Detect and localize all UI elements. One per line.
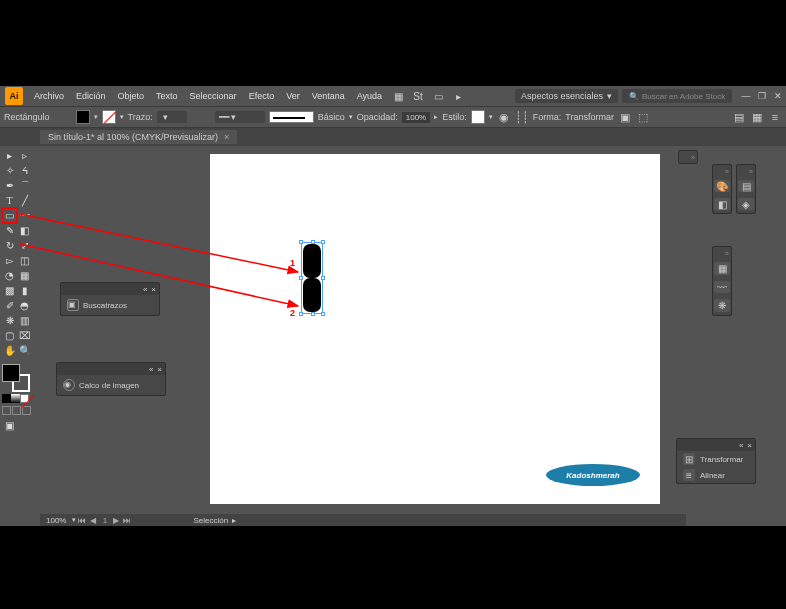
blend-tool[interactable]: ◓: [17, 298, 32, 313]
width-tool[interactable]: ▻: [2, 253, 17, 268]
lasso-tool[interactable]: ᔦ: [17, 163, 32, 178]
selection-tool[interactable]: ▸: [2, 148, 17, 163]
hand-tool[interactable]: ✋: [2, 343, 17, 358]
brushes-icon[interactable]: 〰: [714, 281, 730, 294]
var-width[interactable]: ━━ ▾: [215, 111, 265, 123]
recolor-icon[interactable]: ◉: [497, 110, 511, 124]
pathfinder-icon[interactable]: ▣: [67, 299, 79, 311]
minimize-button[interactable]: —: [738, 91, 754, 101]
menu-efecto[interactable]: Efecto: [243, 91, 281, 101]
dock-swatches[interactable]: » ▦ 〰 ❋: [712, 246, 732, 316]
menu-ventana[interactable]: Ventana: [306, 91, 351, 101]
workspace-dropdown[interactable]: Aspectos esenciales ▾: [515, 89, 618, 103]
dock-color[interactable]: » 🎨 ◧: [712, 164, 732, 214]
artboard-tool[interactable]: ▢: [2, 328, 17, 343]
fill-swatch[interactable]: [76, 110, 90, 124]
mesh-tool[interactable]: ▩: [2, 283, 17, 298]
collapse-icon[interactable]: «: [739, 441, 743, 450]
perspective-tool[interactable]: ▦: [17, 268, 32, 283]
properties-icon[interactable]: ▤: [738, 180, 754, 192]
close-panel-icon[interactable]: ×: [747, 441, 752, 450]
graph-tool[interactable]: ▥: [17, 313, 32, 328]
panel-menu-icon[interactable]: ≡: [768, 110, 782, 124]
type-tool[interactable]: T: [2, 193, 17, 208]
align-panel-icon[interactable]: ≡: [683, 469, 695, 481]
close-button[interactable]: ✕: [770, 91, 786, 101]
pin-icon[interactable]: ⬚: [636, 110, 650, 124]
swatches-icon[interactable]: ▦: [714, 262, 730, 275]
paintbrush-tool[interactable]: 〰: [17, 208, 32, 223]
fill-indicator[interactable]: [2, 364, 20, 382]
solid-color-icon[interactable]: [2, 394, 11, 403]
artboard-nav[interactable]: ⏮◀ 1 ▶⏭: [76, 516, 133, 525]
draw-behind-icon[interactable]: [12, 406, 21, 415]
free-transform-tool[interactable]: ◫: [17, 253, 32, 268]
close-tab-icon[interactable]: ×: [224, 132, 229, 142]
eyedropper-tool[interactable]: ✐: [2, 298, 17, 313]
magic-wand-tool[interactable]: ✧: [2, 163, 17, 178]
curvature-tool[interactable]: ⌒: [17, 178, 32, 193]
bridge-icon[interactable]: ▦: [391, 89, 405, 103]
image-trace-panel[interactable]: «× ◉ Calco de imagen: [56, 362, 166, 396]
image-trace-icon[interactable]: ◉: [63, 379, 75, 391]
fill-stroke-control[interactable]: [2, 364, 30, 392]
stock-icon[interactable]: St: [411, 89, 425, 103]
zoom-tool[interactable]: 🔍: [17, 343, 32, 358]
menu-seleccionar[interactable]: Seleccionar: [184, 91, 243, 101]
isolate-icon[interactable]: ▣: [618, 110, 632, 124]
artboard[interactable]: Kadoshmerah: [210, 154, 660, 504]
menu-edicion[interactable]: Edición: [70, 91, 112, 101]
rotate-tool[interactable]: ↻: [2, 238, 17, 253]
layers-icon[interactable]: ◈: [738, 198, 754, 210]
rectangle-tool[interactable]: ▭: [2, 208, 17, 223]
slice-tool[interactable]: ⌧: [17, 328, 32, 343]
screen-mode-icon[interactable]: ▣: [2, 418, 17, 433]
symbol-sprayer-tool[interactable]: ❋: [2, 313, 17, 328]
search-input[interactable]: 🔍 Buscar en Adobe Stock: [622, 89, 732, 103]
gradient-tool[interactable]: ▮: [17, 283, 32, 298]
draw-inside-icon[interactable]: [22, 406, 31, 415]
align-icon[interactable]: ┊┊: [515, 110, 529, 124]
scale-tool[interactable]: ⤢: [17, 238, 32, 253]
document-tab[interactable]: Sin título-1* al 100% (CMYK/Previsualiza…: [40, 130, 237, 144]
dock-props[interactable]: » ▤ ◈: [736, 164, 756, 214]
style-swatch[interactable]: [471, 110, 485, 124]
shape-builder-tool[interactable]: ◔: [2, 268, 17, 283]
collapse-icon[interactable]: «: [149, 365, 153, 374]
shaper-tool[interactable]: ✎: [2, 223, 17, 238]
menu-ayuda[interactable]: Ayuda: [351, 91, 388, 101]
symbols-icon[interactable]: ❋: [714, 299, 730, 312]
line-tool[interactable]: ╱: [17, 193, 32, 208]
transform-icon[interactable]: ⊞: [683, 453, 695, 465]
menu-archivo[interactable]: Archivo: [28, 91, 70, 101]
gradient-icon[interactable]: [11, 394, 20, 403]
stroke-weight[interactable]: ▾: [157, 111, 187, 123]
panel-icon[interactable]: ▤: [732, 110, 746, 124]
stroke-swatch[interactable]: [102, 110, 116, 124]
color-panel-icon[interactable]: 🎨: [714, 180, 730, 192]
menu-ver[interactable]: Ver: [280, 91, 306, 101]
pathfinder-panel[interactable]: «× ▣ Buscatrazos: [60, 282, 160, 316]
menu-objeto[interactable]: Objeto: [112, 91, 151, 101]
collapse-icon[interactable]: «: [143, 285, 147, 294]
menu-texto[interactable]: Texto: [150, 91, 184, 101]
close-panel-icon[interactable]: ×: [151, 285, 156, 294]
restore-button[interactable]: ❐: [754, 91, 770, 101]
opacity-value[interactable]: 100%: [402, 112, 430, 123]
shape-btn[interactable]: Forma:: [533, 112, 562, 122]
brush-def[interactable]: [269, 111, 314, 123]
eraser-tool[interactable]: ◧: [17, 223, 32, 238]
panel-icon2[interactable]: ▦: [750, 110, 764, 124]
color-guide-icon[interactable]: ◧: [714, 198, 730, 210]
none-color-icon[interactable]: [20, 394, 29, 403]
arrange-icon[interactable]: ▭: [431, 89, 445, 103]
transform-align-panel[interactable]: «× ⊞ Transformar ≡ Alinear: [676, 438, 756, 484]
draw-normal-icon[interactable]: [2, 406, 11, 415]
pen-tool[interactable]: ✒: [2, 178, 17, 193]
gpu-icon[interactable]: ▸: [451, 89, 465, 103]
close-panel-icon[interactable]: ×: [157, 365, 162, 374]
dock-libraries[interactable]: »: [678, 150, 698, 164]
transform-btn[interactable]: Transformar: [565, 112, 614, 122]
direct-selection-tool[interactable]: ▹: [17, 148, 32, 163]
zoom-level[interactable]: 100%: [40, 516, 72, 525]
